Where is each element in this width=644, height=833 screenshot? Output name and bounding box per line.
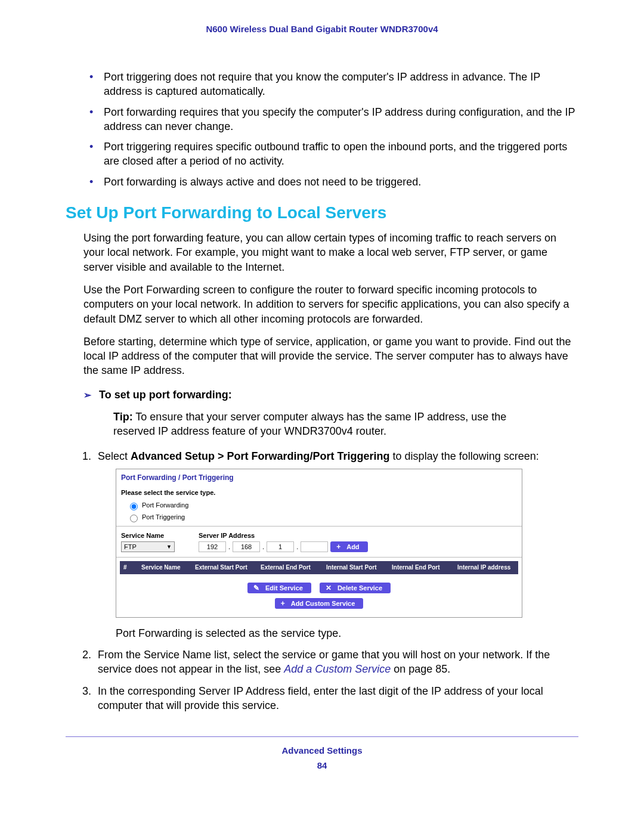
page: N600 Wireless Dual Band Gigabit Router W… [0,0,644,833]
col-ext-end: External End Port [261,563,326,572]
col-index: # [123,563,141,572]
delete-service-button[interactable]: ✕ Delete Service [320,583,391,593]
footer-section-name: Advanced Settings [66,745,578,755]
radio-port-forwarding[interactable]: Port Forwarding [116,500,522,512]
tip-label: Tip: [113,411,133,423]
col-int-end: Internal End Port [392,563,457,572]
arrow-icon: ➢ [83,390,91,400]
step-1-note: Port Forwarding is selected as the servi… [116,626,578,640]
col-int-start: Internal Start Port [326,563,392,572]
add-button[interactable]: + Add [330,541,367,552]
step-2-text-b: on page 85. [391,663,450,675]
edit-service-button[interactable]: ✎ Edit Service [247,583,311,593]
body-paragraph: Use the Port Forwarding screen to config… [83,283,578,326]
ip-octet-4[interactable] [301,541,328,552]
add-custom-service-link[interactable]: Add a Custom Service [284,663,391,675]
plus-icon: + [336,543,340,551]
footer-page-number: 84 [66,760,578,770]
step-3: In the corresponding Server IP Address f… [94,684,578,713]
add-custom-service-button[interactable]: + Add Custom Service [275,598,364,609]
delete-service-label: Delete Service [338,584,382,592]
chevron-down-icon: ▼ [166,543,172,550]
ip-dot: . [228,543,230,552]
col-ext-start: External Start Port [195,563,261,572]
step-3-text: In the corresponding Server IP Address f… [98,685,543,711]
plus-icon: + [281,599,285,608]
divider [116,526,522,527]
ui-select-label: Please select the service type. [116,488,522,500]
add-custom-service-label: Add Custom Service [291,600,355,607]
procedure-heading: ➢ To set up port forwarding: [83,389,578,401]
service-name-select[interactable]: FTP ▼ [121,541,175,553]
radio-port-triggering-input[interactable] [130,515,138,522]
divider [116,557,522,558]
server-ip-col: Server IP Address 192. 168. 1. + Add [199,531,368,552]
body-paragraph: Using the port forwarding feature, you c… [83,231,578,274]
step-1-suffix: to display the following screen: [390,450,539,462]
bullet-item: Port triggering does not require that yo… [89,70,578,99]
edit-service-label: Edit Service [265,584,303,592]
tip-text: To ensure that your server computer alwa… [113,411,506,437]
ip-octet-2[interactable]: 168 [233,541,260,552]
col-int-ip: Internal IP address [457,563,523,572]
router-ui-screenshot: Port Forwarding / Port Triggering Please… [116,469,522,618]
server-ip-label: Server IP Address [199,531,368,540]
footer-separator [66,736,578,737]
ui-title: Port Forwarding / Port Triggering [116,469,522,488]
radio-port-triggering[interactable]: Port Triggering [116,512,522,524]
procedure-block: ➢ To set up port forwarding: Tip: To ens… [83,389,578,713]
bullet-item: Port forwarding is always active and doe… [89,175,578,189]
section-heading: Set Up Port Forwarding to Local Servers [66,203,578,222]
doc-header-title: N600 Wireless Dual Band Gigabit Router W… [66,24,578,34]
step-1: Select Advanced Setup > Port Forwarding/… [94,449,578,640]
col-service-name: Service Name [141,563,195,572]
ip-octet-1[interactable]: 192 [199,541,226,552]
step-2: From the Service Name list, select the s… [94,648,578,677]
service-name-col: Service Name FTP ▼ [121,531,175,553]
ip-octet-3[interactable]: 1 [267,541,294,552]
close-icon: ✕ [326,584,332,592]
tip-block: Tip: To ensure that your server computer… [113,410,519,439]
ip-dot: . [296,543,298,552]
ip-address-inputs: 192. 168. 1. + Add [199,541,368,552]
body-paragraph: Before starting, determine which type of… [83,335,578,378]
service-row: Service Name FTP ▼ Server IP Address 192… [116,529,522,555]
service-table-header: # Service Name External Start Port Exter… [120,561,518,574]
service-name-label: Service Name [121,531,175,540]
procedure-heading-text: To set up port forwarding: [99,389,232,401]
bullet-item: Port forwarding requires that you specif… [89,105,578,134]
step-1-prefix: Select [98,450,131,462]
ip-dot: . [262,543,264,552]
service-name-value: FTP [124,543,137,552]
radio-port-triggering-label: Port Triggering [142,513,185,522]
radio-port-forwarding-label: Port Forwarding [142,501,188,510]
radio-port-forwarding-input[interactable] [130,503,138,510]
ui-button-area: ✎ Edit Service ✕ Delete Service + [116,578,522,617]
step-1-path: Advanced Setup > Port Forwarding/Port Tr… [131,450,390,462]
add-button-label: Add [346,543,359,550]
pencil-icon: ✎ [253,584,259,592]
bullet-item: Port triggering requires specific outbou… [89,140,578,169]
intro-bullet-list: Port triggering does not require that yo… [89,70,578,189]
procedure-steps: Select Advanced Setup > Port Forwarding/… [94,449,578,713]
